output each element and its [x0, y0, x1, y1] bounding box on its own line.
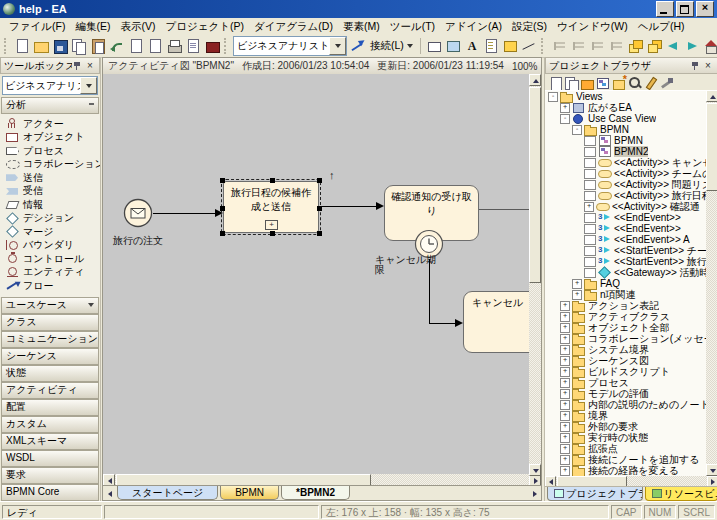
tree-row[interactable]: + 広がるEA [545, 102, 706, 113]
tree-row[interactable]: <<EndEvent>> [545, 223, 706, 234]
selection-handle[interactable] [270, 178, 275, 183]
bring-front-icon[interactable] [626, 37, 644, 55]
scroll-up-button[interactable] [529, 74, 541, 86]
line-icon[interactable] [520, 37, 538, 55]
canvas-vscrollbar[interactable] [529, 74, 541, 476]
tree-row[interactable]: <<Gateway>> 活動時 [545, 267, 706, 278]
toolbox-section[interactable]: クラス [1, 314, 99, 331]
tree-expander[interactable]: + [560, 367, 570, 377]
tree-expander[interactable] [584, 191, 596, 201]
minimize-button[interactable] [656, 1, 674, 17]
menu-item[interactable]: ファイル(F) [4, 19, 70, 35]
menu-item[interactable]: 表示(V) [115, 19, 160, 35]
tree-expander[interactable]: + [560, 444, 570, 454]
tree-expander[interactable] [584, 257, 596, 267]
tree-expander[interactable] [584, 224, 596, 234]
tree-expander[interactable]: + [572, 279, 582, 289]
selection-handle[interactable] [220, 206, 225, 211]
tree-expander[interactable]: + [560, 433, 570, 443]
toolbar-grip[interactable] [224, 38, 230, 54]
note-icon[interactable] [482, 37, 500, 55]
menu-item[interactable]: アドイン(A) [440, 19, 507, 35]
toolbox-section[interactable]: 要求 [1, 467, 99, 484]
open-icon[interactable] [32, 37, 50, 55]
tree-expander[interactable] [584, 136, 596, 146]
paste-icon[interactable] [89, 37, 107, 55]
align-top-icon[interactable] [588, 37, 606, 55]
new-icon[interactable] [13, 37, 31, 55]
send-back-icon[interactable] [645, 37, 663, 55]
tab-scroll-right-icon[interactable] [529, 487, 540, 499]
toolbox-combobox[interactable]: ビジネスアナリスト [2, 76, 98, 95]
toolbox-section[interactable]: カスタム [1, 416, 99, 433]
close-icon[interactable] [702, 60, 714, 72]
close-icon[interactable] [84, 60, 96, 72]
tree-expander[interactable]: + [560, 103, 570, 113]
toolbox-section[interactable]: BPMN Core [1, 484, 99, 501]
toolbox-item[interactable]: 情報 [0, 198, 100, 212]
rectangle-icon[interactable] [425, 37, 443, 55]
vscroll-thumb[interactable] [706, 103, 717, 191]
new-diagram-icon[interactable] [595, 75, 611, 91]
tree-expander[interactable] [584, 158, 596, 168]
tree-expander[interactable] [584, 235, 596, 245]
home-icon[interactable] [702, 37, 717, 55]
tree-expander[interactable]: + [560, 334, 570, 344]
toolbox-item[interactable]: プロセス [0, 144, 100, 158]
toolbox-section[interactable]: 配置 [1, 399, 99, 416]
help-book-icon[interactable] [203, 37, 221, 55]
flow-connector[interactable] [429, 323, 457, 324]
diagram-drawing-area[interactable]: 旅行の注文 旅行日程の候補作成と送信 + ↑ 確認通知の受け取 [103, 74, 541, 476]
new-document-icon[interactable] [547, 75, 563, 91]
tree-expander[interactable]: - [560, 114, 570, 124]
toolbox-item[interactable]: マージ [0, 225, 100, 239]
toolbox-item[interactable]: バウンダリ [0, 239, 100, 253]
tree-expander[interactable]: - [548, 92, 558, 102]
tree-expander[interactable]: + [572, 290, 582, 300]
toolbar-grip[interactable] [541, 38, 547, 54]
tab-scroll-left-icon[interactable] [104, 487, 115, 499]
tools-icon[interactable] [659, 75, 675, 91]
toolbar-grip[interactable] [4, 38, 10, 54]
tree-row[interactable]: + <<Activity>> 確認通 [545, 201, 706, 212]
selection-handle[interactable] [317, 231, 322, 236]
tree-expander[interactable] [584, 246, 596, 256]
tree-expander[interactable] [584, 213, 596, 223]
flow-connector[interactable] [153, 213, 217, 214]
toolbox-item[interactable]: エンティティ [0, 266, 100, 280]
edit-icon[interactable] [643, 75, 659, 91]
toolbox-section[interactable]: ユースケース [1, 297, 99, 314]
find-icon[interactable] [627, 75, 643, 91]
diagram-tab[interactable]: スタートページ [117, 486, 218, 500]
tree-expander[interactable]: + [560, 301, 570, 311]
copy-small-icon[interactable] [563, 75, 579, 91]
tree-expander[interactable] [584, 180, 596, 190]
tree-row[interactable]: + 内部の説明のためのノートリ [545, 399, 706, 410]
toolbox-section[interactable]: XMLスキーマ [1, 433, 99, 450]
tree-expander[interactable]: + [560, 455, 570, 465]
task-create-itinerary[interactable]: 旅行日程の候補作成と送信 + [223, 181, 319, 233]
menu-item[interactable]: プロジェクト(P) [160, 19, 248, 35]
toolbox-item[interactable]: アクター [0, 117, 100, 131]
toolbox-item[interactable]: フロー [0, 279, 100, 293]
new-package-icon[interactable] [579, 75, 595, 91]
tree-expander[interactable]: + [560, 356, 570, 366]
copy-icon[interactable] [70, 37, 88, 55]
close-button[interactable] [696, 1, 714, 17]
print-icon[interactable] [165, 37, 183, 55]
tree-row[interactable]: + 接続の経路を変える [545, 465, 706, 476]
restore-button[interactable] [676, 1, 694, 17]
toolbox-item[interactable]: デシジョン [0, 212, 100, 226]
profile-combobox[interactable]: ビジネスアナリスト [233, 36, 347, 56]
selection-handle[interactable] [220, 178, 225, 183]
diagram-tab[interactable]: BPMN [220, 486, 279, 500]
tree-expander[interactable]: + [560, 400, 570, 410]
toolbox-section[interactable]: アクティビティ [1, 382, 99, 399]
tree-row[interactable]: - Use Case View [545, 113, 706, 124]
menu-item[interactable]: 編集(E) [70, 19, 115, 35]
tree-expander[interactable]: + [584, 202, 594, 212]
align-left-icon[interactable] [550, 37, 568, 55]
vscroll-thumb[interactable] [529, 87, 541, 283]
text-icon[interactable] [463, 37, 481, 55]
tree-expander[interactable]: + [560, 345, 570, 355]
